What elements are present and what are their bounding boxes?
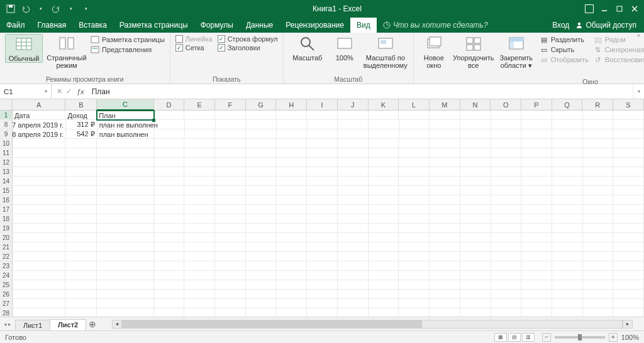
cell[interactable]	[338, 299, 369, 308]
cell[interactable]	[215, 308, 246, 317]
cell[interactable]	[215, 148, 246, 158]
cell[interactable]	[460, 280, 491, 290]
qat-dropdown-icon[interactable]: ▾	[35, 3, 47, 14]
cell[interactable]	[521, 299, 552, 308]
cell[interactable]	[154, 233, 185, 242]
cell[interactable]	[552, 195, 583, 205]
cell[interactable]	[583, 129, 614, 139]
cell[interactable]	[583, 233, 614, 242]
cell[interactable]	[65, 205, 97, 214]
cell[interactable]	[583, 242, 614, 252]
cell[interactable]	[246, 242, 277, 252]
cell[interactable]	[583, 299, 614, 308]
save-icon[interactable]	[5, 3, 16, 14]
cell[interactable]	[491, 261, 522, 271]
cell[interactable]	[521, 233, 552, 242]
cell[interactable]	[552, 148, 583, 158]
cell[interactable]	[97, 139, 153, 148]
cell[interactable]	[307, 177, 338, 186]
cell[interactable]	[13, 271, 65, 280]
cell[interactable]	[521, 290, 552, 299]
cell[interactable]	[369, 177, 399, 186]
cell[interactable]	[97, 224, 153, 233]
cell[interactable]	[277, 120, 308, 129]
cell[interactable]	[215, 271, 246, 280]
cell[interactable]	[184, 280, 215, 290]
cell[interactable]	[97, 186, 153, 195]
row-header[interactable]: 17	[0, 205, 13, 214]
cell[interactable]	[97, 290, 153, 299]
cell[interactable]	[215, 290, 246, 299]
cell[interactable]	[430, 111, 460, 120]
tell-me-search[interactable]: Что вы хотите сделать?	[377, 18, 494, 33]
cell[interactable]	[583, 186, 614, 195]
cell[interactable]	[338, 139, 369, 148]
cell[interactable]: Дата	[13, 111, 65, 120]
cell[interactable]	[521, 224, 552, 233]
cell[interactable]	[276, 111, 307, 120]
cell[interactable]	[338, 129, 369, 139]
cell[interactable]	[184, 148, 215, 158]
cell[interactable]	[430, 120, 460, 129]
column-header-O[interactable]: O	[491, 99, 521, 110]
row-header[interactable]: 23	[0, 261, 13, 271]
zoom-in-button[interactable]: +	[609, 333, 618, 342]
cell[interactable]	[583, 111, 614, 120]
cell[interactable]	[246, 290, 277, 299]
cell[interactable]	[369, 111, 399, 120]
hscroll-right-icon[interactable]: ▸	[623, 320, 633, 329]
cell[interactable]	[65, 271, 97, 280]
cell[interactable]	[184, 195, 215, 205]
cell[interactable]	[369, 290, 399, 299]
cell[interactable]	[307, 214, 338, 224]
cell[interactable]	[65, 186, 97, 195]
cell[interactable]	[430, 148, 460, 158]
cell[interactable]	[246, 148, 277, 158]
cell[interactable]	[307, 111, 338, 120]
cell[interactable]	[521, 139, 552, 148]
cell[interactable]	[583, 205, 614, 214]
custom-views-button[interactable]: Представления	[91, 45, 165, 54]
cell[interactable]	[246, 177, 277, 186]
cell[interactable]	[552, 299, 583, 308]
cell[interactable]	[521, 308, 552, 317]
cell[interactable]	[154, 214, 185, 224]
cell[interactable]	[399, 290, 430, 299]
cell[interactable]	[215, 129, 246, 139]
cell[interactable]	[307, 261, 338, 271]
cell[interactable]	[154, 148, 185, 158]
cell[interactable]	[215, 111, 246, 120]
cell[interactable]	[215, 158, 246, 167]
cell[interactable]	[307, 308, 338, 317]
cell[interactable]	[491, 205, 522, 214]
cell[interactable]	[307, 158, 338, 167]
cell[interactable]	[521, 252, 552, 261]
cell[interactable]	[521, 261, 552, 271]
cell[interactable]	[613, 148, 644, 158]
cell[interactable]	[491, 195, 522, 205]
cell[interactable]	[460, 205, 491, 214]
cell[interactable]	[521, 167, 552, 177]
column-header-F[interactable]: F	[215, 99, 246, 110]
cell[interactable]	[430, 177, 460, 186]
cell[interactable]	[184, 139, 215, 148]
cell[interactable]	[97, 252, 153, 261]
cell[interactable]	[215, 233, 246, 242]
cell[interactable]	[491, 252, 522, 261]
cell[interactable]	[521, 111, 552, 120]
enter-formula-icon[interactable]: ✓	[66, 87, 72, 95]
cell[interactable]	[369, 252, 399, 261]
cell[interactable]	[369, 280, 399, 290]
cell[interactable]	[97, 299, 153, 308]
cell[interactable]	[521, 205, 552, 214]
cell[interactable]	[338, 224, 369, 233]
cell[interactable]	[184, 242, 215, 252]
cell[interactable]	[276, 271, 307, 280]
cell[interactable]	[521, 195, 552, 205]
cell[interactable]	[13, 148, 65, 158]
cell[interactable]	[338, 290, 369, 299]
row-header[interactable]: 27	[0, 299, 13, 308]
cell[interactable]	[184, 290, 215, 299]
cell[interactable]	[583, 195, 614, 205]
headings-checkbox[interactable]: ✓Заголовки	[218, 44, 278, 52]
